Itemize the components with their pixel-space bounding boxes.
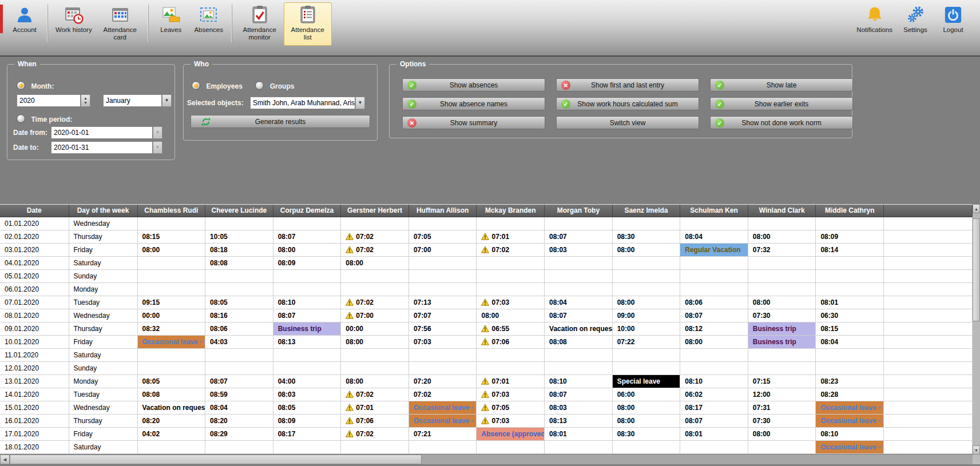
month-dropdown[interactable]: January ▼: [103, 94, 172, 107]
settings-button[interactable]: Settings: [896, 2, 934, 35]
date-cell: 07.01.2020: [0, 296, 69, 309]
vertical-scrollbar-thumb[interactable]: [973, 218, 980, 321]
attendance-card-button[interactable]: Attendance card: [96, 2, 144, 43]
selected-objects-row: Selected objects: Smith John, Arab Muhan…: [187, 97, 365, 109]
empty-cell: [137, 217, 205, 230]
late-entry-time-cell: 07:03: [477, 296, 545, 309]
empty-cell: [816, 348, 884, 361]
date-to-calendar-dropdown[interactable]: ▼: [153, 141, 162, 154]
empty-cell: [748, 269, 816, 282]
scroll-up-arrow[interactable]: ▲: [973, 204, 980, 213]
entry-time-cell: 08:07: [205, 375, 273, 388]
option-show-summary[interactable]: ✕Show summary: [402, 116, 545, 129]
table-row: 06.01.2020Monday: [0, 282, 973, 296]
entry-time-cell: 08:20: [205, 414, 273, 427]
entry-time-cell: 07:02: [408, 388, 477, 401]
date-cell: 04.01.2020: [0, 256, 69, 269]
entry-time-cell: 08:07: [273, 309, 341, 322]
empty-cell: [273, 282, 341, 296]
attendance-monitor-icon: [250, 5, 269, 25]
entry-time-cell: [477, 440, 545, 453]
chevron-down-icon[interactable]: ▼: [355, 97, 365, 109]
empty-cell: [680, 269, 748, 282]
filler-cell: [884, 269, 973, 282]
option-show-late[interactable]: ✓Show late: [710, 78, 853, 91]
column-header: Gerstner Herbert: [341, 205, 409, 217]
empty-cell: [477, 348, 545, 361]
horizontal-scrollbar[interactable]: ◀: [0, 455, 980, 464]
employees-radio[interactable]: [192, 81, 200, 90]
entry-time-cell: 08:59: [205, 388, 273, 401]
year-input[interactable]: [17, 94, 81, 107]
entry-time-cell: 12:00: [748, 388, 816, 401]
entry-time-cell: 08:05: [137, 375, 205, 388]
option-show-absences[interactable]: ✓Show absences: [402, 78, 545, 91]
table-row: 09.01.2020Thursday08:3208:06Business tri…: [0, 322, 973, 335]
entry-time-cell: 08:03: [545, 401, 613, 414]
option-show-work-hours-calculated-sum[interactable]: ✓Show work hours calculated sum: [556, 97, 699, 110]
time-period-radio[interactable]: [17, 114, 25, 123]
absence-cell: Business trip: [273, 322, 341, 335]
horizontal-scrollbar-thumb[interactable]: [10, 455, 422, 464]
generate-results-button[interactable]: Generate results: [191, 115, 370, 128]
table-row: 10.01.2020FridayOccasional leave - fam04…: [0, 335, 973, 348]
notifications-button[interactable]: Notifications: [852, 2, 896, 35]
absences-button[interactable]: Absences: [190, 2, 228, 35]
filler-cell: [884, 414, 973, 427]
option-label: Show late: [767, 81, 797, 89]
entry-time: 07:03: [491, 417, 509, 425]
option-show-earlier-exits[interactable]: ✓Show earlier exits: [710, 97, 853, 110]
attendance-list-button[interactable]: Attendance list: [284, 2, 332, 46]
entry-time-cell: 08:28: [816, 388, 884, 401]
late-entry-time-cell: 07:03: [477, 414, 545, 427]
selected-objects-dropdown[interactable]: Smith John, Arab Muhannad, Arispe An ▼: [250, 97, 365, 109]
empty-cell: [748, 361, 816, 375]
scroll-down-arrow[interactable]: ▼: [973, 445, 980, 455]
option-show-not-done-work-norm[interactable]: ✓Show not done work norm: [710, 116, 853, 129]
refresh-icon: [201, 117, 211, 128]
entry-time-cell: 08:00: [341, 256, 409, 269]
table-row: 08.01.2020Wednesday00:0008:1608:0707:000…: [0, 309, 973, 322]
account-icon: [15, 5, 34, 25]
empty-cell: [612, 361, 680, 375]
groups-radio[interactable]: [255, 81, 264, 90]
entry-time: 07:02: [356, 391, 374, 399]
option-show-absence-names[interactable]: ✓Show absence names: [402, 97, 545, 110]
empty-cell: [273, 269, 341, 282]
date-from-calendar-dropdown[interactable]: ▼: [153, 126, 162, 139]
column-header: Day of the week: [69, 205, 137, 217]
logout-icon: [943, 5, 963, 25]
empty-cell: [748, 256, 816, 269]
entry-time-cell: 08:00: [612, 401, 680, 414]
attendance-monitor-button[interactable]: Attendance monitor: [236, 2, 284, 43]
account-button[interactable]: Account: [6, 2, 43, 35]
work-history-button[interactable]: Work history: [51, 2, 96, 35]
entry-time-cell: 08:00: [273, 243, 341, 256]
attendance-table-container: DateDay of the weekChambless RudiChevere…: [0, 204, 973, 454]
date-cell: 09.01.2020: [0, 322, 69, 335]
entry-time-cell: [612, 440, 680, 453]
day-of-week-cell: Friday: [69, 335, 137, 348]
date-from-input[interactable]: [51, 126, 153, 139]
toolbar-button-label: Logout: [943, 26, 963, 34]
chevron-down-icon[interactable]: ▼: [162, 94, 172, 107]
option-show-first-and-last-entry[interactable]: ✕Show first and last entry: [556, 78, 699, 91]
date-cell: 17.01.2020: [0, 427, 69, 440]
date-to-input[interactable]: [51, 141, 153, 154]
day-of-week-cell: Monday: [69, 282, 137, 296]
option-label: Switch view: [610, 119, 646, 127]
filler-cell: [884, 348, 973, 361]
selected-objects-label: Selected objects:: [187, 99, 250, 107]
entry-time-cell: 08:09: [273, 414, 341, 427]
entry-time-cell: 08:00: [341, 335, 409, 348]
empty-cell: [545, 217, 613, 230]
entry-time-cell: 07:30: [748, 414, 816, 427]
option-switch-view[interactable]: Switch view: [556, 116, 699, 129]
month-radio-row: Month:: [17, 81, 54, 91]
month-radio[interactable]: [17, 81, 25, 90]
year-spinner[interactable]: ▲▼: [81, 94, 90, 107]
scroll-left-arrow[interactable]: ◀: [0, 455, 10, 464]
vertical-scrollbar[interactable]: ▲ ▼: [973, 204, 980, 455]
logout-button[interactable]: Logout: [934, 2, 972, 35]
leaves-button[interactable]: Leaves: [152, 2, 190, 35]
